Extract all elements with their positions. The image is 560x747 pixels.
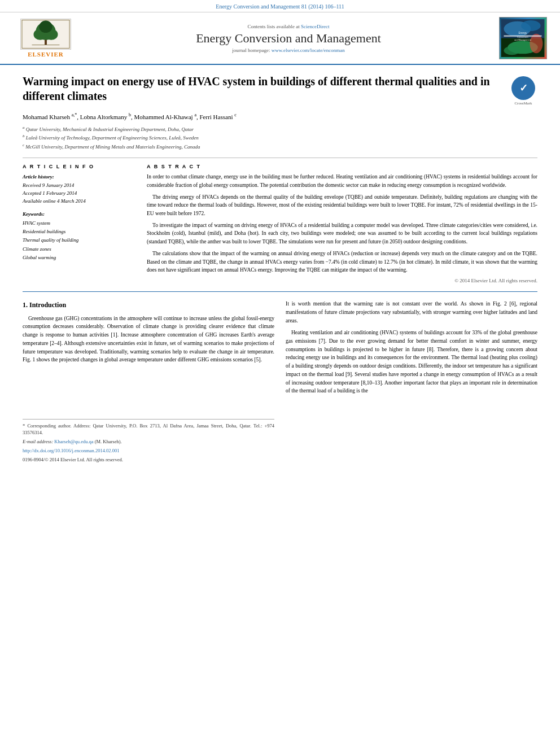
footnote-email: E-mail address: Kharseh@qu.edu.qa (M. Kh… [23,439,274,445]
doi-link[interactable]: http://dx.doi.org/10.1016/j.enconman.201… [23,448,120,453]
footnote-corresponding: * Corresponding author. Address: Qatar U… [23,423,274,436]
elsevier-logo: ELSEVIER [9,19,82,58]
elsevier-logo-container: ELSEVIER [9,19,82,58]
contents-available-text: Contents lists available at [248,24,300,29]
footnote-doi: http://dx.doi.org/10.1016/j.enconman.201… [23,448,274,455]
footnotes: * Corresponding author. Address: Qatar U… [23,419,274,463]
body-col-left: 1. Introduction Greenhouse gas (GHG) con… [23,300,274,465]
abstract-column: A B S T R A C T In order to combat clima… [147,164,537,283]
intro-heading: 1. Introduction [23,300,274,311]
copyright-line: © 2014 Elsevier Ltd. All rights reserved… [147,278,537,283]
elsevier-wordmark: ELSEVIER [28,51,64,58]
footnote-area: * Corresponding author. Address: Qatar U… [23,368,274,463]
sciencedirect-anchor[interactable]: ScienceDirect [301,24,329,29]
svg-text:Conversion: Conversion [517,36,528,38]
abstract-text: In order to combat climate change, energ… [147,173,537,274]
svg-text:Energy: Energy [518,32,527,34]
info-abstract-section: A R T I C L E I N F O Article history: R… [23,164,537,283]
keyword-1: HVAC system [23,219,135,228]
journal-ref-text: Energy Conversion and Management 81 (201… [216,3,344,10]
affiliation-b: Luleå University of Technology, Departme… [26,135,199,141]
keywords-list: HVAC system Residential buildings Therma… [23,219,135,262]
received-date: Received 9 January 2014 [23,181,135,189]
email-link[interactable]: Kharseh@qu.edu.qa [54,439,93,444]
affiliation-a: Qatar University, Mechanical & Industria… [26,126,194,132]
svg-point-12 [521,20,540,31]
homepage-label: journal homepage: [232,47,270,53]
svg-point-14 [504,46,520,55]
affiliation-c: McGill University, Department of Mining … [25,144,200,150]
divider-1 [23,158,537,158]
crossmark-container: ✓ CrossMark [509,76,537,106]
keywords-title: Keywords: [23,211,135,217]
intro-col2-para-2: Heating ventilation and air conditioning… [286,329,537,395]
journal-cover-image: Energy Conversion and Management [499,17,547,59]
journal-header: ELSEVIER Contents lists available at Sci… [0,12,560,65]
journal-cover-container: Energy Conversion and Management [495,17,551,59]
article-title: Warming impact on energy use of HVAC sys… [23,74,504,103]
crossmark-label: CrossMark [514,101,532,106]
body-col-right: It is worth mention that the warming rat… [286,300,537,465]
keyword-4: Climate zones [23,245,135,254]
abstract-para-1: In order to combat climate change, energ… [147,173,537,189]
journal-reference: Energy Conversion and Management 81 (201… [0,0,560,12]
svg-point-15 [530,34,542,53]
abstract-header: A B S T R A C T [147,164,537,169]
keywords-section: Keywords: HVAC system Residential buildi… [23,211,135,262]
crossmark-icon[interactable]: ✓ [511,76,535,100]
journal-title: Energy Conversion and Management [88,31,489,46]
journal-homepage: journal homepage: www.elsevier.com/locat… [88,47,489,53]
available-date: Available online 4 March 2014 [23,197,135,205]
article-info-column: A R T I C L E I N F O Article history: R… [23,164,135,283]
intro-para-1: Greenhouse gas (GHG) concentrations in t… [23,314,274,364]
journal-title-section: Contents lists available at ScienceDirec… [88,24,489,53]
section-divider [23,291,537,292]
footnote-issn: 0196-8904/© 2014 Elsevier Ltd. All right… [23,457,274,464]
article-title-section: Warming impact on energy use of HVAC sys… [23,74,537,106]
body-two-col: 1. Introduction Greenhouse gas (GHG) con… [23,300,537,465]
intro-col2-para-1: It is worth mention that the warming rat… [286,300,537,325]
article-info-header: A R T I C L E I N F O [23,164,135,169]
abstract-para-3: To investigate the impact of warming on … [147,221,537,246]
sciencedirect-link: Contents lists available at ScienceDirec… [88,24,489,29]
history-label: Article history: [23,173,135,181]
homepage-url[interactable]: www.elsevier.com/locate/enconman [272,47,345,53]
main-content: Warming impact on energy use of HVAC sys… [0,65,560,474]
authors-line: Mohamad Kharseh a,*, Lobna Altorkmany b,… [23,112,537,120]
elsevier-tree-graphic [20,19,71,50]
abstract-para-4: The calculations show that the impact of… [147,250,537,274]
accepted-date: Accepted 1 February 2014 [23,189,135,197]
email-name: (M. Kharseh). [95,439,122,444]
svg-point-6 [39,21,52,33]
article-history: Article history: Received 9 January 2014… [23,173,135,206]
keyword-2: Residential buildings [23,228,135,236]
affiliations: a Qatar University, Mechanical & Industr… [23,125,537,151]
keyword-5: Global warming [23,254,135,262]
keyword-3: Thermal quality of building [23,236,135,244]
abstract-para-2: The driving energy of HVACs depends on t… [147,193,537,218]
svg-text:and Management: and Management [514,39,532,41]
